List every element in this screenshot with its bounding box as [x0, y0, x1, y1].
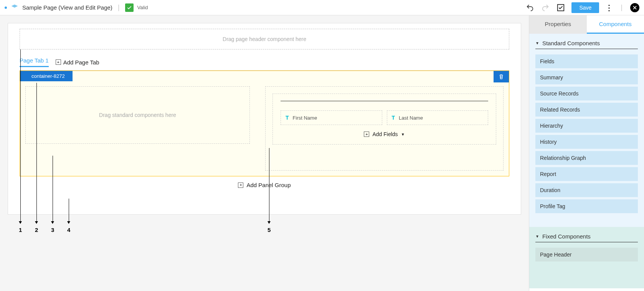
add-panel-group-button[interactable]: + Add Panel Group [20, 182, 509, 188]
component-relationship-graph[interactable]: Relationship Graph [535, 151, 638, 165]
plus-icon: + [238, 182, 243, 188]
standard-components-section: ▼ Standard Components Fields Summary Sou… [529, 34, 644, 227]
field-last-name[interactable]: T Last Name [387, 110, 489, 125]
fixed-components-header[interactable]: ▼ Fixed Components [535, 233, 638, 242]
undo-button[interactable] [525, 3, 535, 12]
main-layout: Drag page header component here Page Tab… [0, 15, 644, 291]
valid-label: Valid [137, 5, 148, 10]
layers-icon [11, 4, 18, 12]
component-source-records[interactable]: Source Records [535, 87, 638, 100]
valid-check-icon [125, 3, 134, 12]
left-dropzone[interactable]: Drag standard components here [25, 86, 250, 144]
component-summary[interactable]: Summary [535, 71, 638, 84]
separator: | [118, 3, 120, 12]
right-panel[interactable]: T First Name T Last Name + Add Fi [265, 86, 504, 171]
canvas-area: Drag page header component here Page Tab… [0, 15, 529, 291]
callout-number: 4 [67, 227, 70, 233]
add-page-tab-button[interactable]: + Add Page Tab [56, 59, 99, 66]
container-selected[interactable]: container-8272 Drag standard components … [20, 71, 509, 176]
chevron-down-icon: ▼ [401, 132, 405, 136]
more-menu-button[interactable]: ⋮ [605, 3, 613, 12]
dropzone-label: Drag page header component here [223, 36, 306, 42]
delete-container-button[interactable] [494, 71, 509, 82]
section-title: Standard Components [542, 40, 600, 46]
component-fields[interactable]: Fields [535, 54, 638, 68]
page-title: Sample Page (View and Edit Page) [22, 4, 112, 11]
field-label: Last Name [399, 115, 423, 121]
add-fields-button[interactable]: + Add Fields ▼ [281, 131, 488, 137]
page-tabs: Page Tab 1 + Add Page Tab [20, 57, 509, 71]
tab-components[interactable]: Components [587, 15, 644, 34]
fields-panel: T First Name T Last Name + Add Fi [272, 94, 496, 145]
callout-line-4 [69, 199, 69, 222]
callout-number: 2 [35, 227, 38, 233]
text-type-icon: T [392, 115, 395, 121]
callout-line-3 [53, 156, 53, 222]
redo-button[interactable] [541, 3, 550, 12]
standard-components-header[interactable]: ▼ Standard Components [535, 40, 638, 49]
topbar: Sample Page (View and Edit Page) | Valid… [0, 0, 644, 15]
unsaved-dot-icon [5, 7, 7, 9]
close-button[interactable] [630, 3, 639, 12]
field-first-name[interactable]: T First Name [281, 110, 382, 125]
validate-button[interactable] [556, 3, 565, 12]
arrowhead-icon [51, 221, 54, 224]
container-label: container-8272 [20, 71, 73, 81]
add-panel-group-label: Add Panel Group [246, 182, 291, 188]
topbar-left: Sample Page (View and Edit Page) | Valid [5, 3, 525, 12]
component-report[interactable]: Report [535, 167, 638, 181]
canvas: Drag page header component here Page Tab… [8, 23, 521, 215]
panel-divider [281, 101, 488, 101]
callout-number: 3 [51, 227, 54, 233]
container-columns: Drag standard components here T First Na… [25, 86, 504, 171]
side-tabs: Properties Components [529, 15, 644, 34]
side-panel: Properties Components ▼ Standard Compone… [529, 15, 644, 291]
component-profile-tag[interactable]: Profile Tag [535, 199, 638, 213]
triangle-down-icon: ▼ [535, 234, 539, 238]
section-title: Fixed Components [542, 233, 591, 240]
arrowhead-icon [19, 221, 22, 224]
component-related-records[interactable]: Related Records [535, 103, 638, 117]
page-header-dropzone[interactable]: Drag page header component here [20, 29, 509, 49]
tab-properties[interactable]: Properties [529, 15, 587, 34]
add-page-tab-label: Add Page Tab [63, 59, 99, 66]
plus-icon: + [364, 132, 369, 137]
component-hierarchy[interactable]: Hierarchy [535, 119, 638, 133]
save-button[interactable]: Save [571, 2, 599, 13]
component-history[interactable]: History [535, 135, 638, 149]
side-body: ▼ Standard Components Fields Summary Sou… [529, 34, 644, 291]
fixed-components-section: ▼ Fixed Components Page Header [529, 227, 644, 288]
add-fields-label: Add Fields [372, 131, 398, 137]
component-duration[interactable]: Duration [535, 183, 638, 197]
field-row: T First Name T Last Name [281, 110, 488, 125]
component-page-header[interactable]: Page Header [535, 248, 638, 261]
callout-line-1 [20, 49, 21, 222]
triangle-down-icon: ▼ [535, 41, 539, 45]
text-type-icon: T [286, 115, 289, 121]
arrowhead-icon [268, 221, 271, 224]
plus-icon: + [56, 59, 61, 65]
field-label: First Name [293, 115, 317, 121]
separator: | [621, 3, 623, 12]
page-tab-1[interactable]: Page Tab 1 [20, 57, 49, 67]
callout-line-2 [36, 83, 37, 222]
arrowhead-icon [67, 221, 70, 224]
dropzone-label: Drag standard components here [99, 112, 176, 118]
callout-line-5 [269, 148, 269, 222]
topbar-right: Save ⋮ | [525, 2, 639, 13]
callout-number: 5 [268, 227, 271, 233]
arrowhead-icon [35, 221, 38, 224]
callout-number: 1 [19, 227, 22, 233]
